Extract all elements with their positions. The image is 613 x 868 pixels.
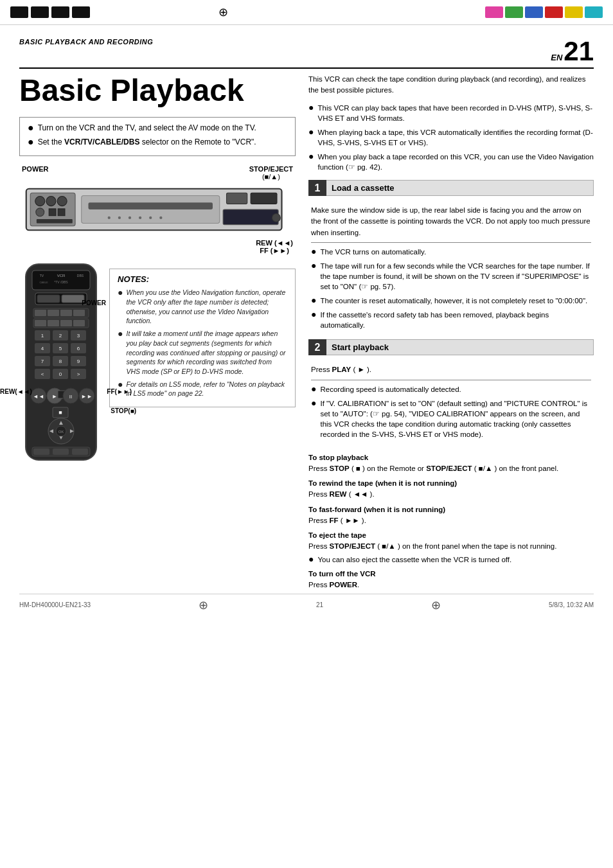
s1-bullet-4-text: If the cassette's record safety tab has … (320, 310, 591, 330)
s1-dot-3: ● (311, 296, 316, 305)
subsection-power-content: Press POWER. (308, 580, 594, 590)
right-column: This VCR can check the tape condition du… (308, 74, 594, 594)
page-number: 21 (564, 38, 594, 65)
big-title: Basic Playback (19, 74, 296, 108)
s1-bullet-3: ● The counter is reset automatically, ho… (311, 296, 591, 306)
right-intro: This VCR can check the tape condition du… (308, 74, 594, 96)
svg-point-16 (159, 217, 162, 219)
remote-ff-label: FF(►►) (107, 388, 132, 395)
main-content: Basic Playback ● Turn on the VCR and the… (19, 74, 594, 594)
svg-point-11 (108, 217, 111, 219)
divider-2 (311, 380, 591, 380)
svg-rect-30 (62, 295, 84, 303)
svg-rect-33 (48, 310, 59, 316)
color-blocks (485, 6, 603, 18)
s2-bullet-2-text: If "V. CALIBRATION" is set to "ON" (defa… (320, 398, 591, 439)
section-1-title: Load a cassette (326, 180, 594, 196)
svg-rect-34 (60, 310, 72, 316)
top-bar: ⊕ (0, 0, 613, 25)
svg-text:3: 3 (77, 333, 80, 339)
svg-text:*TV /DBS: *TV /DBS (54, 280, 68, 284)
svg-rect-17 (227, 193, 247, 204)
intro-bullet-3: ● When you play back a tape recorded on … (308, 152, 594, 172)
svg-point-2 (35, 197, 45, 206)
svg-text:>: > (77, 371, 80, 377)
notes-section: NOTES: ● When you use the Video Navigati… (109, 269, 296, 407)
intro-bullet-1-text: This VCR can play back tapes that have b… (317, 103, 594, 123)
eject-extra-text: You can also eject the cassette when the… (317, 554, 511, 565)
svg-text:7: 7 (41, 359, 44, 364)
intro-bullet-dot-2: ● (308, 127, 314, 136)
svg-rect-35 (73, 310, 85, 316)
svg-text:◄: ◄ (48, 427, 55, 434)
footer-reg-mark: ⊕ (199, 598, 208, 612)
bullet-dot-2: ● (28, 137, 34, 147)
note-2: ● It will take a moment until the image … (118, 329, 287, 376)
svg-text:▲: ▲ (58, 419, 64, 426)
eject-dot: ● (308, 554, 314, 563)
svg-rect-32 (35, 310, 46, 316)
svg-rect-40 (73, 320, 85, 326)
svg-rect-29 (37, 295, 60, 303)
svg-text:II: II (69, 394, 72, 400)
top-center-reg: ⊕ (218, 5, 228, 19)
s2-dot-1: ● (311, 384, 316, 393)
svg-text:9: 9 (77, 359, 80, 364)
section-1-header: 1 Load a cassette (308, 180, 594, 196)
svg-text:◄◄: ◄◄ (33, 393, 44, 400)
svg-point-4 (57, 197, 67, 206)
color-block-cyan (585, 6, 603, 18)
note-2-text: It will take a moment until the image ap… (126, 329, 287, 376)
svg-text:►: ► (69, 427, 75, 434)
svg-point-15 (149, 217, 152, 219)
note-dot-3: ● (118, 380, 123, 389)
svg-text:<: < (41, 371, 44, 377)
page-number-block: EN 21 (551, 38, 594, 65)
svg-text:5: 5 (59, 346, 62, 351)
remote-area: VCR TV DBS *TV /DBS CABLE (19, 261, 296, 468)
s1-dot-2: ● (311, 261, 316, 270)
svg-rect-85 (53, 448, 69, 455)
svg-rect-84 (33, 448, 49, 455)
note-1: ● When you use the Video Navigation func… (118, 288, 287, 326)
remote-body-container: VCR TV DBS *TV /DBS CABLE (19, 261, 103, 468)
svg-point-12 (118, 217, 121, 219)
remote-stop-label: STOP(■) (111, 407, 136, 414)
svg-text:4: 4 (41, 346, 44, 351)
s1-bullet-2-text: The tape will run for a few seconds whil… (320, 261, 591, 292)
color-block-yellow (565, 6, 583, 18)
svg-text:1: 1 (41, 333, 44, 339)
section-1-intro: Make sure the window side is up, the rea… (311, 205, 591, 238)
s1-bullet-2: ● The tape will run for a few seconds wh… (311, 261, 591, 292)
section-title: BASIC PLAYBACK AND RECORDING (19, 38, 153, 46)
vcr-power-label: POWER (22, 165, 49, 181)
setup-bullet-2: ● Set the VCR/TV/CABLE/DBS selector on t… (28, 137, 287, 148)
footer-left: HM-DH40000U-EN21-33 (19, 601, 91, 608)
color-block-green (505, 6, 523, 18)
svg-text:VCR: VCR (57, 274, 66, 278)
note-1-text: When you use the Video Navigation functi… (126, 288, 287, 326)
svg-rect-39 (60, 320, 72, 326)
s1-bullet-1-text: The VCR turns on automatically. (320, 247, 426, 257)
color-block-blue (525, 6, 543, 18)
s1-bullet-3-text: The counter is reset automatically, howe… (320, 296, 587, 306)
setup-bullet-box: ● Turn on the VCR and the TV, and select… (19, 117, 296, 157)
vcr-diagram: POWER STOP/EJECT (■/▲) (19, 165, 296, 254)
intro-bullet-3-text: When you play back a tape recorded on th… (317, 152, 594, 172)
page-footer: HM-DH40000U-EN21-33 ⊕ 21 ⊕ 5/8/3, 10:32 … (19, 594, 594, 612)
page-content: BASIC PLAYBACK AND RECORDING EN 21 Basic… (0, 25, 613, 625)
vcr-stopeject-label: STOP/EJECT (■/▲) (249, 165, 293, 181)
intro-bullet-list: ● This VCR can play back tapes that have… (308, 103, 594, 173)
subsection-rew-title: To rewind the tape (when it is not runni… (308, 479, 594, 487)
remote-rew-label: REW(◄◄) (0, 388, 32, 395)
s2-bullet-1: ● Recording speed is automatically detec… (311, 384, 591, 394)
black-block-3 (51, 6, 69, 18)
bullet-dot-1: ● (28, 123, 34, 133)
color-block-magenta (485, 6, 503, 18)
s2-bullet-1-text: Recording speed is automatically detecte… (320, 384, 461, 394)
svg-rect-6 (49, 209, 56, 216)
svg-text:DBS: DBS (77, 274, 84, 278)
footer-right: 5/8/3, 10:32 AM (549, 601, 594, 608)
svg-text:CABLE: CABLE (39, 281, 48, 284)
en-label: EN (551, 53, 562, 62)
